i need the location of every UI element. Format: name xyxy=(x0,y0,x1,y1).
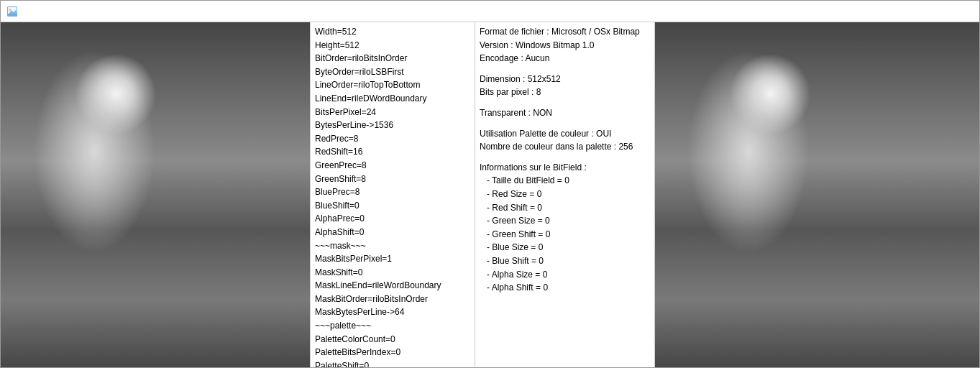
left-info-line-25: PaletteShift=0 xyxy=(315,359,470,367)
left-info-line-0: Width=512 xyxy=(315,25,470,39)
right-info-line: Nombre de couleur dans la palette : 256 xyxy=(480,140,650,154)
right-info-line: Encodage : Aucun xyxy=(480,52,650,65)
left-info-line-10: GreenPrec=8 xyxy=(315,159,470,172)
minimize-button[interactable] xyxy=(910,4,930,19)
left-info-line-19: MaskLineEnd=rileWordBoundary xyxy=(315,279,470,293)
right-info-line: - Blue Size = 0 xyxy=(480,241,650,254)
title-bar-controls xyxy=(910,4,974,19)
left-info-line-21: MaskBytesPerLine->64 xyxy=(315,305,470,319)
right-info-line: - Red Size = 0 xyxy=(480,188,650,201)
main-window: Width=512Height=512BitOrder=riloBitsInOr… xyxy=(0,0,980,368)
left-info-line-11: GreenShift=8 xyxy=(315,172,470,186)
left-info-line-3: ByteOrder=riloLSBFirst xyxy=(315,65,470,79)
right-info-line: - Blue Shift = 0 xyxy=(480,254,650,268)
left-info-line-1: Height=512 xyxy=(315,39,470,52)
barbara-image-left xyxy=(1,22,310,367)
right-info-line: - Alpha Shift = 0 xyxy=(480,281,650,295)
right-info-line: - Green Shift = 0 xyxy=(480,228,650,242)
left-info-line-16: ~~~mask~~~ xyxy=(315,239,470,253)
image-panel-left xyxy=(1,22,310,367)
left-info-line-14: AlphaPrec=0 xyxy=(315,212,470,226)
left-info-line-5: LineEnd=rileDWordBoundary xyxy=(315,92,470,106)
left-info-line-8: RedPrec=8 xyxy=(315,132,470,146)
maximize-button[interactable] xyxy=(932,4,952,19)
content-area: Width=512Height=512BitOrder=riloBitsInOr… xyxy=(1,22,979,367)
right-info-line: Utilisation Palette de couleur : OUI xyxy=(480,127,650,141)
right-info-line: Bits par pixel : 8 xyxy=(480,86,650,99)
left-scroll-area[interactable]: Width=512Height=512BitOrder=riloBitsInOr… xyxy=(311,22,475,367)
right-info-line xyxy=(480,99,650,106)
right-info-line xyxy=(480,120,650,127)
info-panel-left: Width=512Height=512BitOrder=riloBitsInOr… xyxy=(310,22,475,367)
info-panel-right: Format de fichier : Microsoft / OSx Bitm… xyxy=(475,22,655,367)
right-info-line: - Green Size = 0 xyxy=(480,214,650,228)
right-info-line xyxy=(480,154,650,161)
left-info-line-12: BluePrec=8 xyxy=(315,185,470,199)
left-info-line-2: BitOrder=riloBitsInOrder xyxy=(315,52,470,65)
left-info-line-17: MaskBitsPerPixel=1 xyxy=(315,252,470,266)
right-info-line: Version : Windows Bitmap 1.0 xyxy=(480,39,650,52)
left-info-line-9: RedShift=16 xyxy=(315,145,470,159)
left-info-line-15: AlphaShift=0 xyxy=(315,226,470,239)
right-info-line: Informations sur le BitField : xyxy=(480,161,650,175)
right-info-line: Dimension : 512x512 xyxy=(480,73,650,86)
left-info-line-7: BytesPerLine->1536 xyxy=(315,119,470,132)
close-button[interactable] xyxy=(953,4,974,19)
left-info-line-4: LineOrder=riloTopToBottom xyxy=(315,78,470,92)
image-panel-right xyxy=(655,22,979,367)
left-info-line-20: MaskBitOrder=riloBitsInOrder xyxy=(315,293,470,306)
right-info-line: - Alpha Size = 0 xyxy=(480,268,650,282)
title-bar xyxy=(1,1,979,22)
svg-point-2 xyxy=(9,9,12,12)
right-info-line: - Red Shift = 0 xyxy=(480,201,650,215)
right-scroll-area[interactable]: Format de fichier : Microsoft / OSx Bitm… xyxy=(475,22,654,367)
right-info-line: - Taille du BitField = 0 xyxy=(480,174,650,188)
left-info-line-18: MaskShift=0 xyxy=(315,266,470,280)
left-info-line-13: BlueShift=0 xyxy=(315,199,470,213)
left-info-line-22: ~~~palette~~~ xyxy=(315,319,470,333)
right-info-line xyxy=(480,65,650,73)
barbara-image-right xyxy=(655,22,979,367)
right-info-line: Format de fichier : Microsoft / OSx Bitm… xyxy=(480,25,650,39)
left-info-line-24: PaletteBitsPerIndex=0 xyxy=(315,346,470,359)
title-bar-left xyxy=(6,6,22,17)
app-icon xyxy=(6,6,18,17)
left-info-line-6: BitsPerPixel=24 xyxy=(315,106,470,119)
right-info-line: Transparent : NON xyxy=(480,106,650,120)
left-info-line-23: PaletteColorCount=0 xyxy=(315,333,470,346)
